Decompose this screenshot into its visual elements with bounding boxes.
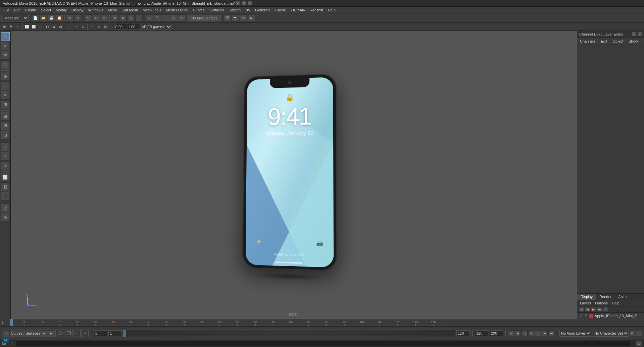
- layer-nav-first[interactable]: ⏮: [579, 307, 584, 312]
- menu-edit[interactable]: Edit: [12, 7, 22, 13]
- options-menu[interactable]: Options: [594, 301, 609, 305]
- measure-tool[interactable]: ↔: [1, 81, 10, 90]
- current-frame-input[interactable]: [108, 330, 122, 336]
- paint-tool[interactable]: ✏: [1, 42, 10, 50]
- light-button[interactable]: ◕: [51, 24, 57, 30]
- menu-edit-mesh[interactable]: Edit Mesh: [119, 7, 140, 13]
- menu-mesh[interactable]: Mesh: [106, 7, 119, 13]
- misc-tool-2[interactable]: ⊙: [1, 213, 10, 222]
- view-manip-button[interactable]: ◎: [15, 24, 21, 30]
- tab-channels[interactable]: Channels: [579, 39, 597, 44]
- layers-menu[interactable]: Layers: [579, 301, 592, 305]
- paint-select-button[interactable]: ✏: [101, 14, 108, 22]
- menu-mesh-display[interactable]: Mesh Display: [164, 7, 190, 13]
- misc-tool-1[interactable]: ◎: [1, 204, 10, 212]
- timeline-track[interactable]: [123, 330, 455, 337]
- rotate-tool-button[interactable]: ↻: [119, 14, 127, 22]
- menu-modify[interactable]: Modify: [54, 7, 68, 13]
- viewport[interactable]: x y z persp: [11, 31, 577, 319]
- expand-mode-button[interactable]: ≡: [4, 330, 10, 336]
- smooth-display-3[interactable]: 3: [1, 161, 10, 170]
- tab-render[interactable]: Render: [596, 294, 615, 300]
- mode-prev-button[interactable]: ◀: [41, 330, 47, 336]
- isolate-button[interactable]: ⊙: [96, 24, 102, 30]
- character-set-add-button[interactable]: +: [636, 330, 642, 336]
- grid-toggle-button[interactable]: #: [66, 24, 72, 30]
- select-tool[interactable]: ↖: [1, 32, 10, 41]
- tab-edit[interactable]: Edit: [599, 39, 608, 44]
- snap-point-button[interactable]: ·: [162, 14, 169, 22]
- smooth-display-1[interactable]: 1: [1, 142, 10, 151]
- menu-help[interactable]: Help: [326, 7, 338, 13]
- deform-tool[interactable]: ⬡: [1, 60, 10, 69]
- anim-layer-dropdown[interactable]: No Anim Layer: [559, 330, 591, 337]
- shading-mode-3[interactable]: ⬛: [1, 192, 10, 200]
- ipr-render-button[interactable]: 📷: [232, 14, 239, 22]
- wireframe-button[interactable]: ⬜: [24, 24, 30, 30]
- menu-file[interactable]: File: [1, 7, 11, 13]
- render-button[interactable]: 🎬: [224, 14, 231, 22]
- tab-anim[interactable]: Anim: [615, 294, 630, 300]
- scale-tool-button[interactable]: ⤡: [127, 14, 135, 22]
- layer-display-1[interactable]: ⊟: [1, 112, 10, 121]
- menu-windows[interactable]: Windows: [86, 7, 105, 13]
- circle-shape-button[interactable]: [57, 330, 64, 337]
- move-tool-button[interactable]: ✥: [111, 14, 118, 22]
- sculpt-tool[interactable]: ≋: [1, 51, 10, 60]
- menu-surfaces[interactable]: Surfaces: [207, 7, 226, 13]
- tab-display[interactable]: Display: [577, 294, 596, 300]
- select-all-button[interactable]: ◎: [89, 24, 95, 30]
- step-forward-button[interactable]: ▷: [535, 330, 541, 336]
- snap-curve-button[interactable]: ⌒: [154, 14, 161, 22]
- shading-mode-2[interactable]: ◧: [1, 182, 10, 191]
- menu-create[interactable]: Create: [23, 7, 38, 13]
- command-line-input[interactable]: [15, 341, 630, 346]
- tab-object[interactable]: Object: [611, 39, 625, 44]
- step-back-button[interactable]: ◁: [522, 330, 528, 336]
- skip-to-start-button[interactable]: ⏮: [508, 330, 514, 336]
- snap-grid-button[interactable]: #: [146, 14, 153, 22]
- panel-close-button[interactable]: ×: [637, 32, 642, 37]
- menu-select[interactable]: Select: [39, 7, 53, 13]
- menu-mesh-tools[interactable]: Mesh Tools: [141, 7, 163, 13]
- save-scene-button[interactable]: 💾: [48, 14, 55, 22]
- universal-manip-button[interactable]: ⊞: [135, 14, 143, 22]
- mode-next-button[interactable]: ▶: [48, 330, 54, 336]
- minimize-button[interactable]: −: [235, 1, 240, 6]
- shading-mode-1[interactable]: ⬜: [1, 173, 10, 182]
- focus-button[interactable]: ⊡: [102, 24, 108, 30]
- play-back-button[interactable]: ◀: [515, 330, 521, 336]
- playback-start-input[interactable]: [475, 330, 488, 336]
- snap-surface-button[interactable]: ◻: [170, 14, 177, 22]
- live-surface-button[interactable]: No Live Surface: [188, 15, 220, 21]
- square-shape-button[interactable]: [65, 330, 72, 337]
- playback-end-input[interactable]: [490, 330, 503, 336]
- snap-tool[interactable]: ⊕: [1, 72, 10, 81]
- select-tool-button[interactable]: ↖: [85, 14, 92, 22]
- render-settings-button[interactable]: ⚙: [240, 14, 247, 22]
- layer-nav-next[interactable]: ▶: [591, 307, 596, 312]
- layer-color-swatch[interactable]: [589, 314, 593, 318]
- smooth-button[interactable]: ⬛: [37, 24, 43, 30]
- color-space-dropdown[interactable]: sRGB gamma Linear: [141, 24, 171, 30]
- layer-nav-add[interactable]: +: [603, 307, 608, 312]
- character-set-dropdown[interactable]: No Character Set: [593, 330, 629, 337]
- exposure-input[interactable]: [115, 24, 127, 30]
- maximize-button[interactable]: □: [241, 1, 246, 6]
- layer-nav-last[interactable]: ⏭: [597, 307, 602, 312]
- open-scene-button[interactable]: 📂: [40, 14, 47, 22]
- bookmark-button[interactable]: ⚑: [8, 24, 14, 30]
- hud-button[interactable]: i: [73, 24, 79, 30]
- layer-display-3[interactable]: ⊡: [1, 131, 10, 139]
- annotation-tool[interactable]: ≡: [1, 91, 10, 100]
- menu-curves[interactable]: Curves: [191, 7, 207, 13]
- layer-p-toggle[interactable]: P: [584, 314, 588, 318]
- node-editor-tool[interactable]: ⊞: [1, 100, 10, 109]
- render-seq-button[interactable]: ▶: [248, 14, 255, 22]
- arrow-shape-button[interactable]: [81, 330, 89, 337]
- menu-uv[interactable]: UV: [243, 7, 252, 13]
- panel-minimize-button[interactable]: −: [632, 32, 636, 37]
- menu-cache[interactable]: Cache: [273, 7, 288, 13]
- tab-show[interactable]: Show: [627, 39, 639, 44]
- menu-redshift[interactable]: Redshift: [308, 7, 325, 13]
